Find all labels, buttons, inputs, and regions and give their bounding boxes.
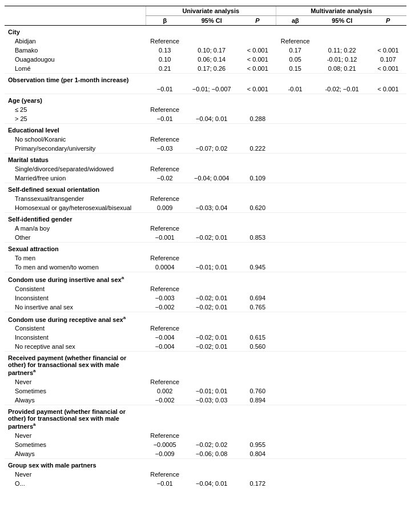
group-header-empty [315,124,370,135]
row-label [5,84,146,94]
row-value: < 0.001 [239,64,276,74]
group-header-empty [239,183,276,195]
table-row: A man/a boyReference [5,224,406,233]
row-value [276,114,314,124]
row-value [315,37,370,46]
group-header-empty [315,26,370,37]
group-header-empty [276,352,314,377]
row-value [276,135,314,144]
row-value: 0.853 [239,233,276,243]
row-value [239,324,276,333]
row-label: Abidjan [5,37,146,46]
row-value [184,284,239,293]
group-header-empty [146,272,184,284]
group-header-empty [370,458,406,470]
row-value [239,284,276,293]
row-value [370,440,406,449]
row-value [370,377,406,386]
row-value [239,105,276,114]
row-value: −0.07; 0.02 [184,144,239,154]
row-value: −0.003 [146,293,184,303]
row-value: 0.620 [239,203,276,213]
row-value [315,324,370,333]
table-row: Always−0.009−0.06; 0.080.804 [5,449,406,459]
row-value: −0.02; 0.01 [184,293,239,303]
row-value [370,324,406,333]
group-header-empty [239,272,276,284]
group-header-empty [276,154,314,165]
row-value [370,449,406,459]
group-header-empty [276,272,314,284]
row-value: Reference [146,135,184,144]
row-value [315,253,370,263]
table-row: ConsistentReference [5,284,406,293]
row-value [370,396,406,405]
row-value [315,224,370,233]
group-header-empty [184,213,239,224]
row-value: 0.172 [239,479,276,488]
row-value [239,164,276,174]
group-header-empty [146,243,184,254]
table-row: Transsexual/transgenderReference [5,194,406,203]
row-value: 0.760 [239,386,276,396]
row-value [315,194,370,203]
row-value: −0.02; 0.01 [184,303,239,312]
row-value: 0.009 [146,203,184,213]
table-row: −0.01−0.01; −0.007< 0.001-0.01-0.02; −0.… [5,84,406,94]
group-header-empty [370,124,406,135]
row-value: 0.894 [239,396,276,405]
row-value [370,224,406,233]
group-header-empty [370,272,406,284]
row-value: −0.02 [146,174,184,183]
row-value [276,253,314,263]
row-value [315,470,370,479]
group-header-cell: Received payment (whether financial or o… [5,352,146,377]
row-label: Married/free union [5,174,146,183]
table-row: Inconsistent−0.003−0.02; 0.010.694 [5,293,406,303]
row-value [276,284,314,293]
group-header-cell: Group sex with male partners [5,458,146,470]
univariate-group-header: Univariate analysis [146,6,276,16]
group-header-empty [315,94,370,106]
row-value [370,135,406,144]
group-header-empty [315,213,370,224]
row-value: Reference [146,37,184,46]
group-header-cell: Age (years) [5,94,146,106]
row-value [370,114,406,124]
row-value [315,114,370,124]
row-value [315,479,370,488]
group-header-empty [184,352,239,377]
abeta-col-header: aβ [276,16,314,26]
table-row: NeverReference [5,470,406,479]
row-value [239,135,276,144]
row-value [184,431,239,440]
row-value [239,224,276,233]
row-value: 0.10; 0.17 [184,46,239,55]
p2-col-header: P [370,16,406,26]
table-row: To menReference [5,253,406,263]
row-value [370,293,406,303]
table-row: AbidjanReferenceReference [5,37,406,46]
group-header-row: Self-defined sexual orientation [5,183,406,195]
row-value: −0.002 [146,303,184,312]
group-header-row: City [5,26,406,37]
row-value [315,303,370,312]
row-value: −0.03 [146,144,184,154]
row-value [184,324,239,333]
table-row: Primary/secondary/university−0.03−0.07; … [5,144,406,154]
row-value: −0.001 [146,233,184,243]
row-value [370,303,406,312]
row-value [315,377,370,386]
row-label: Always [5,449,146,459]
group-header-empty [184,405,239,430]
row-value: 0.694 [239,293,276,303]
row-label: Inconsistent [5,333,146,342]
group-header-empty [146,312,184,324]
group-header-cell: Provided payment (whether financial or o… [5,405,146,430]
table-row: > 25−0.01−0.04; 0.010.288 [5,114,406,124]
row-label: Always [5,396,146,405]
header-sub-row: β 95% CI P aβ 95% CI P [5,16,406,26]
row-value [315,396,370,405]
row-value: Reference [146,164,184,174]
row-value [315,164,370,174]
